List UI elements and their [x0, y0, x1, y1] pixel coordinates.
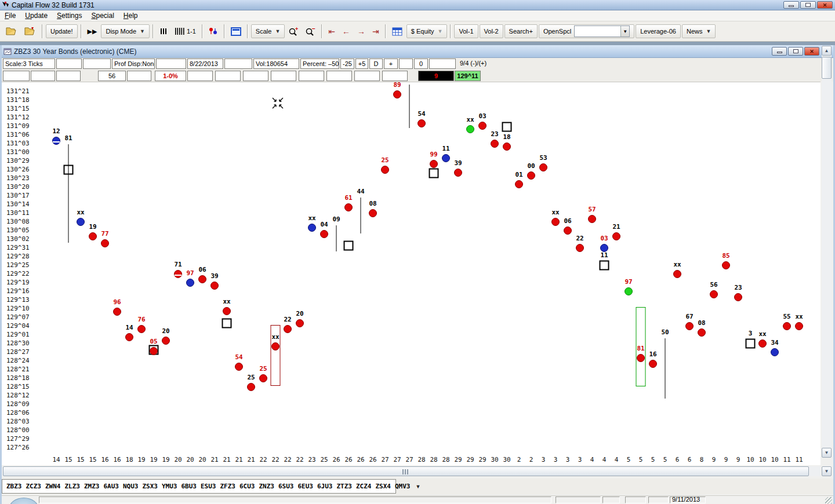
param-cell[interactable]: [187, 71, 213, 81]
menu-update[interactable]: Update: [20, 10, 52, 21]
param-cell[interactable]: D: [369, 59, 383, 69]
tab-qmv3[interactable]: QMV3: [395, 483, 411, 490]
search-button[interactable]: Search+: [504, 24, 538, 38]
tab-6su3[interactable]: 6SU3: [278, 483, 294, 490]
maximize-button[interactable]: [800, 1, 816, 9]
horizontal-scroll-thumb[interactable]: [3, 466, 809, 476]
chart-window-titlebar[interactable]: ZBZ3 30 Year Bonds (electronic) (CME) ✕: [2, 45, 833, 58]
menu-help[interactable]: Help: [119, 10, 143, 21]
tab-zmz3[interactable]: ZMZ3: [84, 483, 100, 490]
vertical-scrollbar[interactable]: ▲ ▼: [822, 46, 832, 458]
tab-zwn4[interactable]: ZWN4: [45, 483, 61, 490]
bars-small-button[interactable]: [157, 24, 170, 38]
menu-special[interactable]: Special: [86, 10, 118, 21]
close-button[interactable]: ✕: [817, 1, 833, 9]
tab-ztz3[interactable]: ZTZ3: [337, 483, 353, 490]
tab-zcz3[interactable]: ZCZ3: [26, 483, 42, 490]
param-cell[interactable]: [156, 59, 186, 69]
param-cell[interactable]: -25: [340, 59, 354, 69]
tab-nqu3[interactable]: NQU3: [123, 483, 139, 490]
price-cell[interactable]: 129^11: [455, 71, 481, 81]
tab-zsx3[interactable]: ZSX3: [143, 483, 158, 490]
tab-znz3[interactable]: ZNZ3: [259, 483, 275, 490]
tab-6ju3[interactable]: 6JU3: [317, 483, 333, 490]
menu-settings[interactable]: Settings: [52, 10, 86, 21]
disp-mode-button[interactable]: Disp Mode ▼: [101, 24, 150, 38]
param-cell[interactable]: [3, 71, 30, 81]
tab-zfz3[interactable]: ZFZ3: [220, 483, 236, 490]
param-cell[interactable]: [56, 71, 81, 81]
param-cell[interactable]: +: [384, 59, 398, 69]
step-back-button[interactable]: ←: [339, 24, 353, 38]
param-cell[interactable]: [271, 71, 296, 81]
param-cell[interactable]: [31, 71, 55, 81]
goto-start-button[interactable]: ⇤: [325, 24, 338, 38]
tab-zbz3[interactable]: ZBZ3: [6, 483, 22, 490]
param-cell[interactable]: +5: [355, 59, 368, 69]
openspcl-select[interactable]: ▼: [574, 25, 630, 37]
tab-overflow-button[interactable]: ▼: [416, 484, 421, 490]
param-cell[interactable]: [399, 59, 413, 69]
tab-esu3[interactable]: ESU3: [201, 483, 216, 490]
param-cell[interactable]: [243, 71, 268, 81]
param-cell[interactable]: [299, 71, 324, 81]
menu-file[interactable]: File: [0, 10, 20, 21]
bars-dense-button[interactable]: 1-1: [172, 24, 199, 38]
news-button[interactable]: News ▼: [682, 24, 716, 38]
tab-zsx4[interactable]: ZSX4: [376, 483, 391, 490]
resize-grip[interactable]: [825, 497, 832, 504]
param-cell[interactable]: Vol:180654: [253, 59, 299, 69]
param-cell[interactable]: [224, 59, 252, 69]
param-cell[interactable]: [354, 71, 380, 81]
param-cell[interactable]: Prof Disp:None: [112, 59, 155, 69]
chart-maximize-button[interactable]: [788, 47, 803, 56]
chevron-down-icon[interactable]: ▼: [620, 26, 629, 36]
horizontal-scrollbar[interactable]: [2, 466, 821, 476]
zoom-in-button[interactable]: +: [286, 24, 302, 38]
tab-6cu3[interactable]: 6CU3: [239, 483, 255, 490]
param-cell[interactable]: [215, 71, 241, 81]
param-cell[interactable]: [127, 71, 151, 81]
window-layout-button[interactable]: [228, 24, 244, 38]
vertical-scroll-thumb[interactable]: [822, 57, 832, 79]
tab-6au3[interactable]: 6AU3: [104, 483, 119, 490]
param-cell[interactable]: [326, 71, 352, 81]
param-cell[interactable]: [56, 59, 82, 69]
dots-mode-button[interactable]: [206, 24, 221, 38]
param-cell[interactable]: 8/22/2013: [187, 59, 223, 69]
tab-zlz3[interactable]: ZLZ3: [65, 483, 81, 490]
chart-canvas[interactable]: 131^21131^18131^15131^12131^09131^06131^…: [2, 82, 821, 465]
tab-6bu3[interactable]: 6BU3: [181, 483, 197, 490]
open-file-button[interactable]: [3, 24, 20, 38]
equity-combo[interactable]: $ Equity ▼: [406, 24, 448, 38]
open-special-button[interactable]: [21, 24, 39, 38]
goto-end-button[interactable]: ⇥: [369, 24, 382, 38]
param-cell[interactable]: [429, 59, 456, 69]
param-cell[interactable]: [83, 59, 111, 69]
data-table-button[interactable]: [389, 24, 405, 38]
chart-minimize-button[interactable]: [772, 47, 787, 56]
param-cell[interactable]: Scale:3 Ticks: [3, 59, 55, 69]
vol1-button[interactable]: Vol-1: [454, 24, 478, 38]
tab-zcz4[interactable]: ZCZ4: [356, 483, 372, 490]
countdown-cell[interactable]: 9: [418, 71, 454, 81]
scroll-up-button[interactable]: ▲: [822, 46, 832, 56]
chart-close-button[interactable]: ✕: [804, 47, 819, 56]
update-button[interactable]: Update!: [46, 24, 78, 38]
minimize-button[interactable]: [783, 1, 799, 9]
step-forward-button[interactable]: →: [354, 24, 368, 38]
tab-6eu3[interactable]: 6EU3: [298, 483, 314, 490]
param-cell[interactable]: 56: [98, 71, 126, 81]
scroll-corner-button[interactable]: ▼: [822, 466, 832, 476]
scale-button[interactable]: Scale ▼: [251, 24, 285, 38]
tab-ymu3[interactable]: YMU3: [162, 483, 177, 490]
leverage-button[interactable]: Leverage-06: [636, 24, 681, 38]
vol2-button[interactable]: Vol-2: [480, 24, 503, 38]
param-cell[interactable]: Percent: –50: [300, 59, 339, 69]
param-cell[interactable]: [382, 71, 408, 81]
scroll-down-button[interactable]: ▼: [822, 448, 832, 458]
param-cell[interactable]: 0: [414, 59, 428, 69]
param-cell[interactable]: 1-0%: [155, 71, 186, 81]
zoom-out-button[interactable]: −: [303, 24, 318, 38]
advance-button[interactable]: ▶▶: [85, 24, 100, 38]
